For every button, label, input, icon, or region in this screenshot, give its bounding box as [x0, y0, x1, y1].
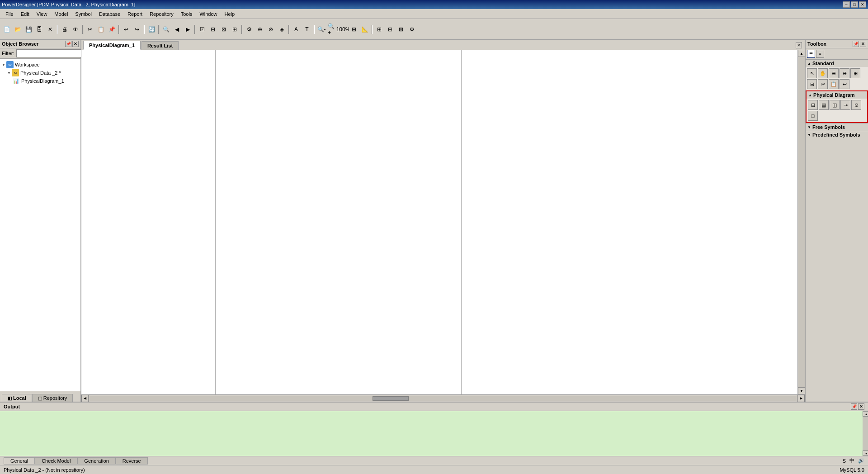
tb-zoom-out[interactable]: 🔍-: [316, 24, 326, 34]
toolbox-physical-diagram-header[interactable]: ▲ Physical Diagram: [807, 91, 867, 99]
filter-input[interactable]: [16, 49, 81, 57]
tree-workspace[interactable]: ▼ W Workspace: [2, 61, 79, 69]
vscroll-track[interactable]: [798, 57, 805, 387]
tool-paste[interactable]: 📋: [829, 79, 839, 89]
output-close-button[interactable]: ✕: [858, 403, 864, 410]
tb-cut[interactable]: ✂: [85, 24, 95, 34]
output-vscroll-up[interactable]: ▲: [863, 411, 868, 417]
tb-align[interactable]: ⊠: [396, 24, 406, 34]
tool-reference[interactable]: ⊸: [840, 100, 850, 110]
tb-opt[interactable]: ⚙: [407, 24, 417, 34]
tb-check2[interactable]: ⊟: [208, 24, 218, 34]
toolbox-standard-header[interactable]: ▲ Standard: [806, 60, 868, 67]
tab-local[interactable]: ◧ Local: [2, 394, 32, 402]
menu-window[interactable]: Window: [196, 10, 221, 18]
hscroll-track[interactable]: [90, 396, 797, 401]
tool-table[interactable]: ⊟: [808, 100, 818, 110]
tb-zoom-page[interactable]: 📐: [360, 24, 370, 34]
output-tab-check-model[interactable]: Check Model: [35, 457, 77, 465]
menu-edit[interactable]: Edit: [17, 10, 33, 18]
tb-refresh[interactable]: 🔄: [146, 24, 156, 34]
editor-close-button[interactable]: ✕: [796, 42, 802, 48]
tb-grid[interactable]: ⊞: [374, 24, 384, 34]
tool-view-link[interactable]: ⊙: [851, 100, 861, 110]
tool-note[interactable]: □: [808, 111, 818, 121]
tool-link[interactable]: ↩: [840, 79, 849, 89]
tb-preview[interactable]: 👁: [71, 24, 80, 34]
tb-new[interactable]: 📄: [2, 24, 12, 34]
menu-symbol[interactable]: Symbol: [71, 10, 95, 18]
tb-undo[interactable]: ↩: [121, 24, 131, 34]
tool-zoom-area[interactable]: ⊞: [850, 68, 860, 78]
tb-redo[interactable]: ↪: [132, 24, 142, 34]
toolbox-close-button[interactable]: ✕: [860, 41, 866, 47]
output-tab-generation[interactable]: Generation: [77, 457, 115, 465]
tool-procedure[interactable]: ◫: [830, 100, 840, 110]
tb-close[interactable]: ✕: [45, 24, 55, 34]
tree-model[interactable]: ▼ M Physical Data _2 *: [7, 69, 79, 77]
tb-font[interactable]: T: [302, 24, 312, 34]
tool-hand[interactable]: ✋: [818, 68, 828, 78]
tool-zoom-out[interactable]: ⊖: [840, 68, 849, 78]
vscroll-down-button[interactable]: ▼: [798, 387, 805, 394]
tb-paste[interactable]: 📌: [107, 24, 117, 34]
editor-canvas[interactable]: [81, 50, 797, 394]
menu-file[interactable]: File: [2, 10, 17, 18]
tb-save-all[interactable]: 🗄: [34, 24, 44, 34]
tb-find[interactable]: 🔍: [161, 24, 171, 34]
menu-view[interactable]: View: [33, 10, 51, 18]
tool-pointer[interactable]: ↖: [807, 68, 817, 78]
toolbox-list-view-button[interactable]: ≡: [816, 50, 824, 58]
tb-snap[interactable]: ⊟: [385, 24, 395, 34]
output-pin-button[interactable]: 📌: [851, 403, 857, 410]
editor-hscrollbar[interactable]: ◀ ▶: [81, 394, 805, 402]
tb-gen4[interactable]: ◈: [277, 24, 287, 34]
output-vscroll-down[interactable]: ▼: [863, 450, 868, 456]
toolbox-grid-view-button[interactable]: ☰: [807, 50, 815, 58]
tree-diagram[interactable]: 📊 PhysicalDiagram_1: [13, 77, 79, 85]
tool-view[interactable]: ▤: [819, 100, 829, 110]
menu-database[interactable]: Database: [95, 10, 124, 18]
ob-close-button[interactable]: ✕: [72, 41, 79, 47]
editor-vscrollbar[interactable]: ▲ ▼: [797, 50, 805, 394]
output-tab-general[interactable]: General: [4, 457, 35, 465]
hscroll-thumb[interactable]: [373, 396, 409, 401]
tb-gen3[interactable]: ⊗: [266, 24, 276, 34]
menu-model[interactable]: Model: [51, 10, 71, 18]
ob-pin-button[interactable]: 📌: [65, 41, 71, 47]
maximize-button[interactable]: □: [851, 1, 858, 8]
tb-text[interactable]: A: [291, 24, 301, 34]
tb-print[interactable]: 🖨: [60, 24, 70, 34]
tb-save[interactable]: 💾: [24, 24, 33, 34]
hscroll-left-button[interactable]: ◀: [81, 395, 89, 402]
tool-fit[interactable]: ⊟: [807, 79, 817, 89]
tab-physical-diagram[interactable]: PhysicalDiagram_1: [83, 41, 141, 50]
tb-check4[interactable]: ⊞: [230, 24, 240, 34]
tab-result-list[interactable]: Result List: [142, 41, 179, 50]
menu-repository[interactable]: Repository: [146, 10, 177, 18]
menu-help[interactable]: Help: [221, 10, 239, 18]
vscroll-up-button[interactable]: ▲: [798, 50, 805, 57]
close-button[interactable]: ✕: [859, 1, 866, 8]
tb-open[interactable]: 📂: [13, 24, 23, 34]
tb-zoom-fit[interactable]: ⊞: [349, 24, 359, 34]
toolbox-free-symbols-header[interactable]: ▼ Free Symbols: [806, 123, 868, 131]
tb-nav-fwd[interactable]: ▶: [183, 24, 193, 34]
tb-gen2[interactable]: ⊕: [255, 24, 265, 34]
menu-report[interactable]: Report: [124, 10, 146, 18]
tb-zoom-100[interactable]: 100%: [338, 24, 348, 34]
tb-copy[interactable]: 📋: [96, 24, 106, 34]
tool-zoom-in[interactable]: ⊕: [829, 68, 839, 78]
menu-tools[interactable]: Tools: [177, 10, 196, 18]
output-vscrollbar[interactable]: ▲ ▼: [863, 411, 868, 456]
tb-gen[interactable]: ⚙: [244, 24, 254, 34]
toolbox-pin-button[interactable]: 📌: [853, 41, 859, 47]
minimize-button[interactable]: –: [843, 1, 850, 8]
tool-cut[interactable]: ✂: [818, 79, 828, 89]
tab-repository[interactable]: ◫ Repository: [32, 394, 73, 402]
tb-check3[interactable]: ⊠: [219, 24, 229, 34]
output-vscroll-track[interactable]: [863, 417, 868, 450]
output-tab-reverse[interactable]: Reverse: [116, 457, 148, 465]
hscroll-right-button[interactable]: ▶: [797, 395, 805, 402]
tb-nav-back[interactable]: ◀: [172, 24, 182, 34]
